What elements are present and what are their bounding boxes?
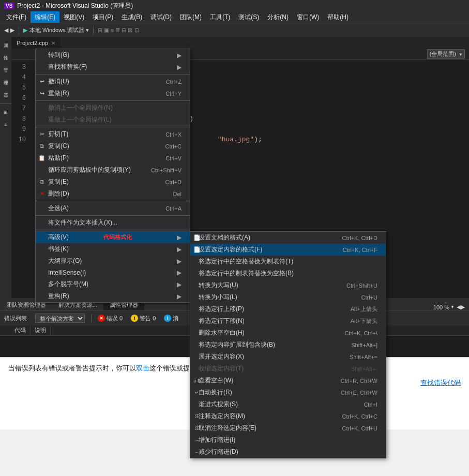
run-button[interactable]: ▶ [23,27,27,34]
dropdown-copy[interactable]: ⧉ 复制(C) Ctrl+C [36,140,190,152]
zoom-nav-right[interactable]: ▶ [461,304,465,310]
info-count-badge: i 消 [164,315,178,322]
dropdown-paste[interactable]: 📋 粘贴(P) Ctrl+V [36,152,190,164]
menu-project[interactable]: 项目(P) [88,11,117,23]
adv-uncomment[interactable]: 注 取消注释选定内容(E) Ctrl+K, Ctrl+U [190,422,386,434]
zoom-control[interactable]: 100 % ▼ ◀ ▶ [429,304,469,310]
adv-movedown[interactable]: 将选定行下移(N) Alt+下箭头 [190,315,386,327]
adv-tabspace[interactable]: 将选定行中的制表符替换为空格(B) [190,267,386,279]
dropdown-findreplace[interactable]: 查找和替换(F) ▶ [36,61,190,73]
menu-build[interactable]: 生成(B) [117,11,146,23]
adv-formatsel-label: 设置选定内容的格式(F) [199,245,262,254]
dropdown-insertfile-label: 将文件作为文本插入(X)... [48,218,117,227]
menu-help[interactable]: 帮助(H) [323,11,353,23]
adv-expandsel[interactable]: 展开选定内容(X) Shift+Alt+= [190,351,386,363]
advanced-arrow-icon: ▶ [177,234,181,241]
comment-icon: 注 [192,412,202,421]
adv-formatdoc[interactable]: 📄 设置文档的格式(A) Ctrl+K, Ctrl+D [190,232,386,244]
adv-deletewhitespace[interactable]: 删除水平空白(H) Ctrl+K, Ctrl+\ [190,327,386,339]
dropdown-undo-label: 撤消(U) [48,77,69,86]
desc-text-before: 当错误列表有错误或者警告提示时，你可以 [8,364,136,372]
main-layout: 属 性 管 理 器 ⊞ ≡ Project2.cpp ✕ (全局范围) ▼ 3 [0,37,469,298]
menu-debug[interactable]: 调试(D) [146,11,176,23]
wordwrap-icon: ↵ [192,389,202,397]
scope-arrow-icon: ▼ [459,52,463,56]
dropdown-redo[interactable]: ↪ 重做(R) Ctrl+Y [36,87,190,99]
error-filter-select[interactable]: 整个解决方案 [35,314,85,323]
editor-tab-bar: Project2.cpp ✕ [11,37,469,49]
sidebar-icon-2[interactable]: 性 [1,53,11,63]
adv-spacetotab[interactable]: 将选定行中的空格替换为制表符(T) [190,256,386,267]
menu-edit[interactable]: 编辑(E) [31,11,59,23]
tab-close-button[interactable]: ✕ [51,40,55,46]
dropdown-outlining[interactable]: 大纲显示(O) ▶ [36,255,190,267]
goto-arrow-icon: ▶ [177,52,181,59]
dropdown-copy-label: 复制(C) [48,142,69,151]
sidebar-icon-7[interactable]: ≡ [1,120,11,130]
sidebar-icon-6[interactable]: ⊞ [1,107,11,117]
adv-lowercase[interactable]: 转换为小写(L) Ctrl+U [190,291,386,303]
find-error-link[interactable]: 查找错误代码 [420,379,461,386]
dropdown-cut[interactable]: ✂ 剪切(T) Ctrl+X [36,128,190,140]
left-sidebar: 属 性 管 理 器 ⊞ ≡ [0,37,11,298]
menu-test[interactable]: 测试(S) [234,11,263,23]
adv-incrsearch[interactable]: 渐进式搜索(S) Ctrl+I [190,398,386,410]
menu-view[interactable]: 视图(V) [59,11,88,23]
dropdown-multicaret-label: 多个脱字号(M) [48,280,88,289]
dropdown-bookmarks[interactable]: 书签(K) ▶ [36,243,190,255]
dropdown-delete-label: 删除(D) [48,189,69,198]
dropdown-paste-label: 粘贴(P) [48,154,69,162]
adv-indentinc-label: 增加行缩进(I) [199,436,235,444]
menu-analyze[interactable]: 分析(N) [263,11,293,23]
dropdown-cycleclip[interactable]: 循环应用剪贴板中的复制项(Y) Ctrl+Shift+V [36,164,190,176]
paste-icon: 📋 [38,154,46,162]
adv-formatsel[interactable]: 📄 设置选定内容的格式(F) Ctrl+K, Ctrl+F [190,244,386,256]
menu-window[interactable]: 窗口(W) [293,11,323,23]
adv-moveup[interactable]: 将选定行上移(P) Alt+上箭头 [190,303,386,315]
dropdown-insertfile[interactable]: 将文件作为文本插入(X)... [36,217,190,229]
editor-tab-file[interactable]: Project2.cpp ✕ [11,37,61,49]
indentinc-icon: → [192,436,202,444]
adv-indentinc[interactable]: → 增加行缩进(I) [190,434,386,446]
sidebar-icon-5[interactable]: 器 [1,90,11,100]
sidebar-divider [0,103,11,104]
adv-uppercase[interactable]: 转换为大写(U) Ctrl+Shift+U [190,279,386,291]
dropdown-refactor[interactable]: 重构(R) ▶ [36,290,190,302]
adv-viewwhitespace[interactable]: a·b 查看空白(W) Ctrl+R, Ctrl+W [190,375,386,386]
dropdown-advanced[interactable]: 高级(V) 代码格式化 ▶ 📄 设置文档的格式(A) Ctrl+K, Ctrl+… [36,231,190,243]
dropdown-intellisense[interactable]: IntelliSense(I) ▶ [36,267,190,278]
dropdown-delete[interactable]: ✕ 删除(D) Del [36,188,190,200]
warn-count-badge: ! 警告 0 [131,315,156,322]
adv-moveup-label: 将选定行上移(P) [199,305,244,314]
sidebar-icon-3[interactable]: 管 [1,65,11,76]
menu-team[interactable]: 团队(M) [176,11,206,23]
error-count-label: 错误 [107,315,118,322]
scope-label: (全局范围) [430,51,456,57]
forward-button[interactable]: ▶ [10,27,14,34]
adv-expandblock[interactable]: 将选定内容扩展到包含块(B) Shift+Alt+] [190,339,386,351]
dropdown-undo[interactable]: ↩ 撤消(U) Ctrl+Z [36,76,190,87]
dropdown-multicaret[interactable]: 多个脱字号(M) ▶ [36,278,190,290]
dropdown-selectall[interactable]: 全选(A) Ctrl+A [36,202,190,214]
back-button[interactable]: ◀ [4,27,8,34]
adv-indentdec[interactable]: ← 减少行缩进(D) [190,446,386,458]
adv-comment[interactable]: 注 注释选定内容(M) Ctrl+K, Ctrl+C [190,410,386,422]
dropdown-duplicate[interactable]: ⧉ 复制(E) Ctrl+D [36,176,190,188]
error-icon: ✕ [98,315,105,322]
formatsel-icon: 📄 [192,246,202,254]
findreplace-arrow-icon: ▶ [177,64,181,71]
toolbar-separator2 [93,26,94,35]
adv-uppercase-label: 转换为大写(U) [199,281,238,290]
zoom-nav-left[interactable]: ◀ [457,304,461,310]
sidebar-icon-1[interactable]: 属 [1,40,11,51]
error-count: 0 [119,315,123,321]
menu-tools[interactable]: 工具(T) [206,11,234,23]
dropdown-goto[interactable]: 转到(G) ▶ [36,49,190,61]
scope-selector[interactable]: (全局范围) ▼ [427,49,465,59]
menu-file[interactable]: 文件(F) [2,11,31,23]
adv-viewwhitespace-label: 查看空白(W) [199,376,233,385]
error-count-badge: ✕ 错误 0 [98,315,123,322]
dropdown-redoglobal: 重做上一个全局操作(L) [36,114,190,126]
sidebar-icon-4[interactable]: 理 [1,78,11,88]
adv-wordwrap[interactable]: ↵ 自动换行(R) Ctrl+E, Ctrl+W [190,386,386,398]
